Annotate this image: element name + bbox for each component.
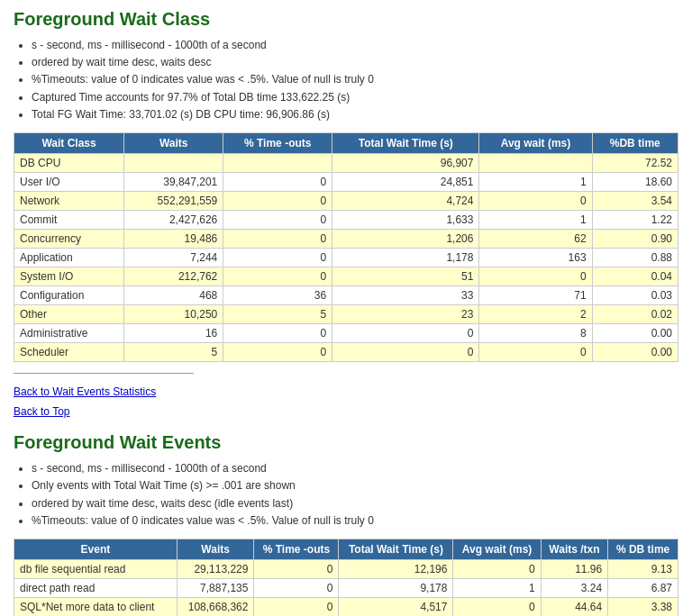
table-cell: 16 xyxy=(124,323,223,342)
table-cell: 0.90 xyxy=(592,229,678,248)
table-cell: 0.00 xyxy=(592,323,678,342)
table-cell: 552,291,559 xyxy=(124,191,223,210)
table-row: Network552,291,55904,72403.54 xyxy=(14,191,678,210)
table-cell: 0 xyxy=(223,210,332,229)
table-cell: 4,724 xyxy=(332,191,479,210)
bullet-item: Only events with Total Wait Time (s) >= … xyxy=(32,477,678,494)
table-cell: 1.22 xyxy=(592,210,678,229)
table-cell: Other xyxy=(14,304,124,323)
table-cell: 3.38 xyxy=(608,597,678,616)
table-cell: 468 xyxy=(124,285,223,304)
col-db-time: % DB time xyxy=(608,539,678,559)
table-cell: 72.52 xyxy=(592,153,678,172)
table-cell: 19,486 xyxy=(124,229,223,248)
table-cell: 0.04 xyxy=(592,267,678,285)
table-cell: 1 xyxy=(479,210,592,229)
table-row: Concurrency19,48601,206620.90 xyxy=(14,229,678,248)
table-cell: 0 xyxy=(479,191,592,210)
col-db-time: %DB time xyxy=(592,132,678,153)
table-cell: User I/O xyxy=(14,172,124,191)
table-cell: 0 xyxy=(223,229,332,248)
table-cell: Scheduler xyxy=(14,342,124,361)
section1-links: Back to Wait Events Statistics Back to T… xyxy=(14,383,678,421)
table-cell xyxy=(223,153,332,172)
table-row: System I/O212,76205100.04 xyxy=(14,267,678,285)
table-row: db file sequential read29,113,229012,196… xyxy=(14,559,678,578)
table-cell: 0.03 xyxy=(592,285,678,304)
table-cell: 11.96 xyxy=(541,559,607,578)
bullet-item: ordered by wait time desc, waits desc (i… xyxy=(32,495,678,512)
table-cell: 0 xyxy=(479,342,592,361)
table-cell: 12,196 xyxy=(339,559,453,578)
table-cell: 0 xyxy=(223,172,332,191)
table-cell: 0 xyxy=(332,323,479,342)
table-cell: 0 xyxy=(223,267,332,285)
col-avg-wait: Avg wait (ms) xyxy=(479,132,592,153)
table-cell: 71 xyxy=(479,285,592,304)
table-header-row: Event Waits % Time -outs Total Wait Time… xyxy=(14,539,678,559)
table-cell: System I/O xyxy=(14,267,124,285)
table-cell: 51 xyxy=(332,267,479,285)
table-cell: 1,206 xyxy=(332,229,479,248)
table-cell: 33 xyxy=(332,285,479,304)
back-to-top-link[interactable]: Back to Top xyxy=(14,403,678,422)
bullet-item: Total FG Wait Time: 33,701.02 (s) DB CPU… xyxy=(32,106,678,123)
table-cell: 1 xyxy=(453,578,541,597)
table-cell: 3.24 xyxy=(541,578,607,597)
bullet-item: %Timeouts: value of 0 indicates value wa… xyxy=(32,512,678,530)
col-waits: Waits xyxy=(124,132,223,153)
section-foreground-wait-events: Foreground Wait Events s - second, ms - … xyxy=(14,432,678,616)
back-to-wait-events-link[interactable]: Back to Wait Events Statistics xyxy=(14,383,678,403)
table-cell: 0 xyxy=(254,578,339,597)
col-waits: Waits xyxy=(177,539,254,559)
table-row: User I/O39,847,201024,851118.60 xyxy=(14,172,678,191)
table-cell: 0 xyxy=(223,191,332,210)
col-event: Event xyxy=(14,539,178,559)
table-cell: 24,851 xyxy=(332,172,479,191)
table-cell: 1 xyxy=(479,172,592,191)
table-cell: db file sequential read xyxy=(14,559,178,578)
table-cell: 23 xyxy=(332,304,479,323)
table-row: SQL*Net more data to client108,668,36204… xyxy=(14,597,678,616)
table-cell: 3.54 xyxy=(592,191,678,210)
table-cell: Concurrency xyxy=(14,229,124,248)
bullet-item: %Timeouts: value of 0 indicates value wa… xyxy=(32,71,678,88)
bullet-item: s - second, ms - millisecond - 1000th of… xyxy=(32,37,678,54)
section-foreground-wait-class: Foreground Wait Class s - second, ms - m… xyxy=(14,9,678,421)
col-wait-class: Wait Class xyxy=(14,132,124,153)
col-avg-wait: Avg wait (ms) xyxy=(453,539,541,559)
table-row: Other10,25052320.02 xyxy=(14,304,678,323)
table-cell: SQL*Net more data to client xyxy=(14,597,178,616)
table-cell: 0 xyxy=(453,559,541,578)
table-cell: 10,250 xyxy=(124,304,223,323)
table-cell: Network xyxy=(14,191,124,210)
table-cell: 5 xyxy=(124,342,223,361)
section-divider xyxy=(14,373,194,374)
table-cell: 62 xyxy=(479,229,592,248)
table-cell: 1,633 xyxy=(332,210,479,229)
table-cell: direct path read xyxy=(14,578,178,597)
table-header-row: Wait Class Waits % Time -outs Total Wait… xyxy=(14,132,678,153)
table-cell: 39,847,201 xyxy=(124,172,223,191)
table-cell: 212,762 xyxy=(124,267,223,285)
table-cell: 0.88 xyxy=(592,248,678,267)
table-cell: 2,427,626 xyxy=(124,210,223,229)
table-row: Scheduler50000.00 xyxy=(14,342,678,361)
table-cell: 5 xyxy=(223,304,332,323)
bullet-item: Captured Time accounts for 97.7% of Tota… xyxy=(32,89,678,106)
table-cell: 163 xyxy=(479,248,592,267)
table-cell: 7,244 xyxy=(124,248,223,267)
bullet-item: s - second, ms - millisecond - 1000th of… xyxy=(32,460,678,477)
table-row: Administrative160080.00 xyxy=(14,323,678,342)
table-cell: 0 xyxy=(332,342,479,361)
table-cell: Commit xyxy=(14,210,124,229)
table-cell: 8 xyxy=(479,323,592,342)
table-cell: 44.64 xyxy=(541,597,607,616)
table-cell: DB CPU xyxy=(14,153,124,172)
table-cell: 4,517 xyxy=(339,597,453,616)
table-cell: 1,178 xyxy=(332,248,479,267)
col-total-wait: Total Wait Time (s) xyxy=(339,539,453,559)
table-cell xyxy=(479,153,592,172)
table-cell: 9.13 xyxy=(608,559,678,578)
wait-events-table: Event Waits % Time -outs Total Wait Time… xyxy=(14,539,678,616)
